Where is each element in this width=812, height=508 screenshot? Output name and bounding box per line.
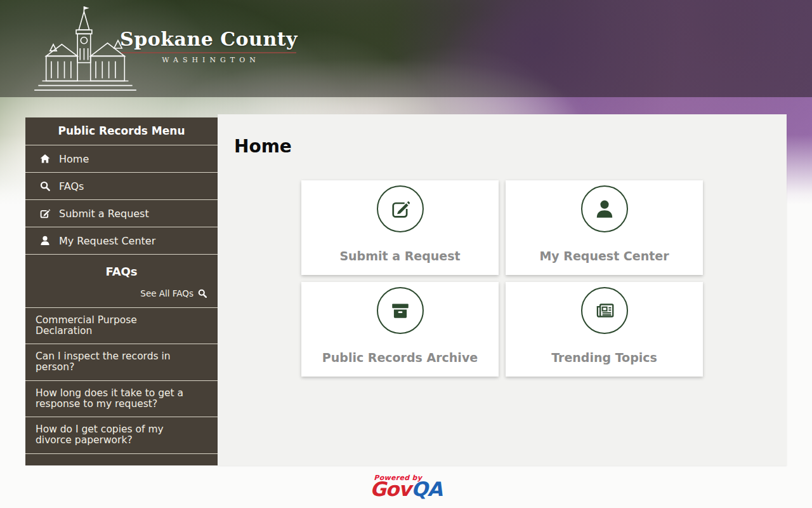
- faq-item[interactable]: How do I get copies of my divorce paperw…: [25, 417, 218, 453]
- card-my-request-center[interactable]: My Request Center: [506, 180, 703, 275]
- faq-item[interactable]: How long does it take to get a response …: [25, 380, 218, 417]
- card-label: Public Records Archive: [322, 351, 478, 364]
- govqa-qa-text: QA: [411, 478, 442, 500]
- sidebar-title: Public Records Menu: [25, 117, 218, 145]
- search-icon: [40, 181, 50, 191]
- govqa-wordmark: GovQA: [370, 479, 442, 499]
- county-brand-link[interactable]: Spokane County WASHINGTON: [33, 5, 298, 93]
- sidebar-item-submit-request[interactable]: Submit a Request: [25, 199, 218, 227]
- card-label: My Request Center: [539, 249, 669, 263]
- see-all-faqs-label: See All FAQs: [140, 288, 193, 298]
- newspaper-icon: [593, 299, 616, 322]
- user-icon: [40, 236, 50, 246]
- content-wrapper: Public Records Menu Home FAQs Submit a R…: [25, 114, 787, 465]
- public-records-sidebar: Public Records Menu Home FAQs Submit a R…: [25, 117, 218, 465]
- county-name: Spokane County: [120, 28, 298, 50]
- card-icon-circle: [377, 185, 424, 232]
- card-label: Trending Topics: [551, 351, 657, 364]
- card-icon-circle: [377, 287, 424, 334]
- card-icon-circle: [581, 287, 628, 334]
- sidebar-item-label: Home: [59, 153, 89, 165]
- card-public-records-archive[interactable]: Public Records Archive: [301, 282, 499, 377]
- card-label: Submit a Request: [339, 249, 460, 263]
- faq-item[interactable]: Commercial Purpose Declaration: [25, 307, 218, 344]
- home-cards-grid: Submit a Request My Request Center: [301, 180, 703, 377]
- faq-section: FAQs See All FAQs: [25, 254, 218, 307]
- sidebar-item-my-request-center[interactable]: My Request Center: [25, 227, 218, 254]
- faq-item[interactable]: Can I inspect the records in person?: [25, 344, 218, 380]
- main-panel: Home Submit a Request: [218, 114, 787, 465]
- user-icon: [594, 198, 615, 220]
- footer: Powered by GovQA: [0, 474, 812, 499]
- edit-icon: [389, 197, 412, 220]
- sidebar-item-faqs[interactable]: FAQs: [25, 172, 218, 199]
- faq-item-clipped[interactable]: [25, 453, 218, 465]
- archive-box-icon: [390, 300, 411, 321]
- edit-icon: [40, 208, 50, 218]
- courthouse-logo-icon: [33, 5, 138, 93]
- see-all-faqs-link[interactable]: See All FAQs: [25, 278, 218, 307]
- sidebar-item-home[interactable]: Home: [25, 145, 218, 172]
- sidebar-item-label: My Request Center: [59, 235, 155, 247]
- govqa-logo-link[interactable]: Powered by GovQA: [370, 474, 442, 499]
- sidebar-item-label: FAQs: [59, 180, 84, 192]
- card-submit-a-request[interactable]: Submit a Request: [301, 180, 499, 275]
- faq-section-title: FAQs: [25, 265, 218, 278]
- card-icon-circle: [581, 185, 628, 232]
- state-name: WASHINGTON: [120, 56, 298, 64]
- search-icon: [198, 289, 207, 298]
- sidebar-item-label: Submit a Request: [59, 208, 149, 220]
- govqa-gov-text: Gov: [370, 478, 410, 500]
- home-icon: [40, 154, 50, 164]
- card-trending-topics[interactable]: Trending Topics: [506, 282, 703, 377]
- page-title: Home: [234, 136, 787, 157]
- brand-divider: [121, 52, 296, 53]
